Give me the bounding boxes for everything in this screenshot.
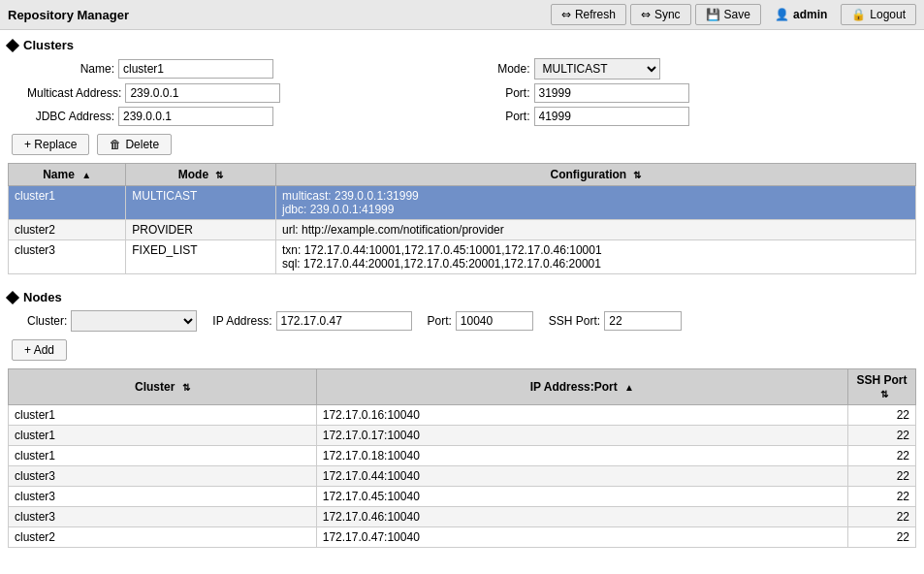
name-input[interactable]: [118, 59, 273, 79]
port2-input[interactable]: [534, 107, 689, 126]
app-header: Repository Manager ⇔ Refresh ⇔ Sync 💾 Sa…: [0, 0, 924, 30]
clusters-diamond-icon: [6, 38, 19, 51]
name-label: Name:: [27, 62, 114, 76]
port2-row: Port:: [482, 107, 917, 126]
name-row: Name:: [27, 58, 462, 80]
refresh-button[interactable]: ⇔ Refresh: [551, 4, 626, 25]
clusters-action-bar: + Replace 🗑 Delete: [8, 134, 916, 155]
clusters-form: Name: Mode: MULTICAST PROVIDER FIXED_LIS…: [8, 58, 916, 126]
cluster-mode-cell: FIXED_LIST: [126, 240, 276, 274]
save-icon: 💾: [706, 8, 720, 21]
node-cluster-cell: cluster3: [9, 487, 317, 507]
clusters-table-row[interactable]: cluster1 MULTICAST multicast: 239.0.0.1:…: [9, 186, 916, 220]
clusters-table: Name ▲ Mode ⇅ Configuration ⇅ cluster1 M…: [8, 163, 916, 274]
node-ssh-port-cell: 22: [848, 446, 916, 466]
col-header-cluster[interactable]: Cluster ⇅: [9, 369, 317, 405]
port1-label: Port:: [482, 86, 530, 100]
nodes-table-row[interactable]: cluster1 172.17.0.17:10040 22: [9, 426, 916, 446]
multicast-label: Multicast Address:: [27, 86, 121, 100]
ssh-port-input[interactable]: [604, 311, 682, 331]
sync-icon: ⇔: [641, 8, 651, 21]
port2-label: Port:: [482, 110, 530, 123]
delete-button[interactable]: 🗑 Delete: [97, 134, 172, 155]
logout-button[interactable]: 🔒 Logout: [841, 4, 916, 25]
jdbc-input[interactable]: [118, 107, 273, 126]
sync-button[interactable]: ⇔ Sync: [630, 4, 691, 25]
clusters-table-header: Name ▲ Mode ⇅ Configuration ⇅: [9, 164, 916, 186]
add-button[interactable]: + Add: [12, 339, 67, 361]
cluster-config-cell: txn: 172.17.0.44:10001,172.17.0.45:10001…: [276, 240, 916, 274]
cluster-group: Cluster: cluster1 cluster2 cluster3: [27, 310, 197, 332]
cluster-name-cell: cluster2: [9, 220, 126, 240]
cluster-mode-cell: MULTICAST: [126, 186, 276, 220]
node-ip-port-cell: 172.17.0.44:10040: [316, 466, 847, 487]
node-cluster-cell: cluster3: [9, 507, 317, 527]
node-cluster-cell: cluster1: [9, 426, 317, 446]
node-ssh-port-cell: 22: [848, 405, 916, 426]
node-cluster-cell: cluster1: [9, 446, 317, 466]
node-ssh-port-cell: 22: [848, 466, 916, 487]
nodes-table-row[interactable]: cluster3 172.17.0.46:10040 22: [9, 507, 916, 527]
ssh-port-group: SSH Port:: [549, 311, 682, 331]
ssh-port-label: SSH Port:: [549, 314, 600, 328]
port-label: Port:: [428, 314, 452, 328]
col-header-ssh-port[interactable]: SSH Port ⇅: [848, 369, 916, 405]
delete-icon: 🗑: [110, 138, 121, 151]
col-header-mode[interactable]: Mode ⇅: [126, 164, 276, 186]
app-title: Repository Manager: [8, 8, 547, 22]
nodes-section-title: Nodes: [8, 290, 916, 304]
node-cluster-cell: cluster3: [9, 466, 317, 487]
multicast-input[interactable]: [125, 83, 280, 103]
port-group: Port:: [428, 311, 533, 331]
node-ip-port-cell: 172.17.0.18:10040: [316, 446, 847, 466]
node-ip-port-cell: 172.17.0.16:10040: [316, 405, 847, 426]
replace-button[interactable]: + Replace: [12, 134, 89, 155]
ip-group: IP Address:: [212, 311, 411, 331]
mode-row: Mode: MULTICAST PROVIDER FIXED_LIST: [482, 58, 917, 80]
config-sort-icon: ⇅: [633, 170, 641, 180]
cluster-mode-cell: PROVIDER: [126, 220, 276, 240]
logout-icon: 🔒: [851, 8, 866, 21]
cluster-label: Cluster:: [27, 314, 67, 328]
mode-label: Mode:: [482, 62, 530, 76]
node-ssh-port-cell: 22: [848, 527, 916, 548]
clusters-table-row[interactable]: cluster3 FIXED_LIST txn: 172.17.0.44:100…: [9, 240, 916, 274]
clusters-table-row[interactable]: cluster2 PROVIDER url: http://example.co…: [9, 220, 916, 240]
node-ip-port-cell: 172.17.0.45:10040: [316, 487, 847, 507]
cluster-sort-icon: ⇅: [182, 382, 190, 393]
nodes-action-bar: + Add: [8, 339, 916, 361]
jdbc-row: JDBC Address:: [27, 107, 462, 126]
nodes-table-header: Cluster ⇅ IP Address:Port ▲ SSH Port ⇅: [9, 369, 916, 405]
ip-input[interactable]: [276, 311, 412, 331]
node-ip-port-cell: 172.17.0.17:10040: [316, 426, 847, 446]
ip-sort-icon: ▲: [624, 382, 634, 393]
nodes-table-row[interactable]: cluster3 172.17.0.45:10040 22: [9, 487, 916, 507]
ssh-sort-icon: ⇅: [880, 389, 888, 399]
node-ssh-port-cell: 22: [848, 426, 916, 446]
cluster-config-cell: url: http://example.com/notification/pro…: [276, 220, 916, 240]
col-header-ip-port[interactable]: IP Address:Port ▲: [316, 369, 847, 405]
cluster-select[interactable]: cluster1 cluster2 cluster3: [71, 310, 197, 332]
nodes-table-row[interactable]: cluster1 172.17.0.18:10040 22: [9, 446, 916, 466]
col-header-name[interactable]: Name ▲: [9, 164, 126, 186]
col-header-config[interactable]: Configuration ⇅: [276, 164, 916, 186]
node-ip-port-cell: 172.17.0.46:10040: [316, 507, 847, 527]
mode-select[interactable]: MULTICAST PROVIDER FIXED_LIST: [534, 58, 660, 80]
save-button[interactable]: 💾 Save: [695, 4, 761, 25]
node-ip-port-cell: 172.17.0.47:10040: [316, 527, 847, 548]
cluster-config-cell: multicast: 239.0.0.1:31999jdbc: 239.0.0.…: [276, 186, 916, 220]
jdbc-label: JDBC Address:: [27, 110, 114, 123]
nodes-table-row[interactable]: cluster2 172.17.0.47:10040 22: [9, 527, 916, 548]
user-display: 👤 admin: [765, 5, 837, 24]
nodes-table-row[interactable]: cluster1 172.17.0.16:10040 22: [9, 405, 916, 426]
cluster-name-cell: cluster3: [9, 240, 126, 274]
port1-input[interactable]: [534, 83, 689, 103]
node-ssh-port-cell: 22: [848, 487, 916, 507]
nodes-form: Cluster: cluster1 cluster2 cluster3 IP A…: [8, 310, 916, 332]
nodes-table: Cluster ⇅ IP Address:Port ▲ SSH Port ⇅ c…: [8, 368, 916, 548]
port-input[interactable]: [456, 311, 533, 331]
nodes-diamond-icon: [6, 290, 19, 303]
port1-row: Port:: [482, 83, 917, 103]
nodes-table-row[interactable]: cluster3 172.17.0.44:10040 22: [9, 466, 916, 487]
user-icon: 👤: [775, 8, 789, 21]
